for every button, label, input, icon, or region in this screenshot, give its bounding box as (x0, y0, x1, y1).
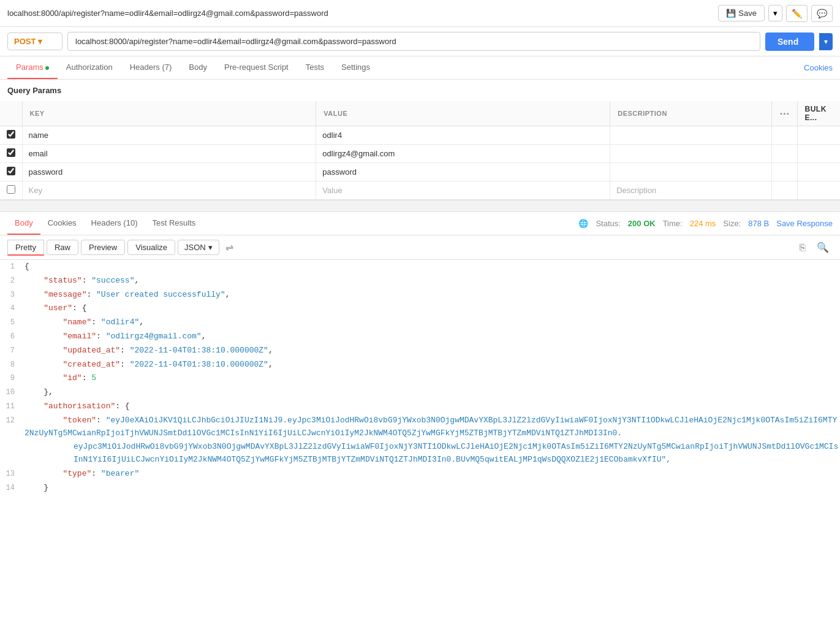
response-tab-headers-label: Headers (10) (91, 218, 138, 227)
tab-body[interactable]: Body (180, 56, 216, 79)
response-meta: 🌐 Status: 200 OK Time: 224 ms Size: 878 … (578, 219, 833, 228)
tab-params[interactable]: Params (7, 56, 58, 79)
code-line: 12 "token": "eyJ0eXAiOiJKV1QiLCJhbGciOiJ… (0, 414, 840, 441)
row1-value: odlir4 (322, 131, 342, 140)
th-bulk: Bulk E... (797, 101, 840, 126)
time-label: Time: (663, 219, 683, 228)
fmt-preview-button[interactable]: Preview (81, 240, 125, 255)
size-value: 878 B (748, 219, 769, 228)
fmt-json-label: JSON (184, 243, 206, 252)
params-dot (45, 66, 49, 70)
save-dropdown-button[interactable]: ▾ (768, 5, 782, 21)
tab-body-label: Body (189, 63, 207, 72)
format-toolbar: Pretty Raw Preview Visualize JSON ▾ ⇌ ⎘ … (0, 235, 840, 260)
code-line: eyJpc3MiOiJodHRwOi8vbG9jYWxob3N0OjgwMDAv… (0, 440, 840, 467)
status-label: Status: (596, 219, 620, 228)
method-select[interactable]: POST ▾ (7, 32, 62, 50)
row3-desc (610, 163, 772, 181)
th-key: KEY (22, 101, 316, 126)
response-body: 1 { 2 "status": "success", 3 "message": … (0, 260, 840, 562)
tab-authorization[interactable]: Authorization (58, 56, 121, 79)
tab-pre-request[interactable]: Pre-request Script (216, 56, 297, 79)
response-tabs: Body Cookies Headers (10) Test Results 🌐… (0, 212, 840, 235)
code-line: 6 "email": "odlirgz4@gmail.com", (0, 330, 840, 344)
method-label: POST (14, 37, 36, 46)
params-table: KEY VALUE DESCRIPTION ⋯ Bulk E... name o… (0, 101, 840, 200)
save-label: Save (738, 9, 757, 18)
globe-icon: 🌐 (578, 219, 588, 228)
empty-key: Key (29, 186, 42, 195)
row3-value: password (322, 167, 357, 177)
tab-headers-label: Headers (7) (130, 63, 172, 72)
table-row: password password (0, 163, 840, 181)
empty-checkbox[interactable] (7, 185, 15, 194)
response-tab-body-label: Body (15, 218, 33, 227)
code-line: 4 "user": { (0, 302, 840, 316)
row2-desc (610, 145, 772, 163)
empty-row: Key Value Description (0, 181, 840, 200)
row1-checkbox[interactable] (7, 130, 15, 139)
title-actions: 💾 Save ▾ ✏️ 💬 (718, 5, 833, 22)
fmt-json-chevron-icon: ▾ (208, 243, 213, 252)
response-tab-cookies[interactable]: Cookies (40, 212, 84, 235)
send-button[interactable]: Send (765, 32, 814, 51)
cookies-link[interactable]: Cookies (804, 63, 833, 72)
comment-button[interactable]: 💬 (811, 5, 833, 22)
send-label: Send (778, 37, 798, 47)
code-line: 10 }, (0, 386, 840, 400)
size-label: Size: (723, 219, 741, 228)
code-line: 14 } (0, 481, 840, 495)
save-response-button[interactable]: Save Response (776, 219, 833, 228)
tab-settings-label: Settings (341, 63, 370, 72)
row3-checkbox[interactable] (7, 167, 15, 175)
title-bar: localhost:8000/api/register?name=odlir4&… (0, 0, 840, 27)
method-chevron-icon: ▾ (38, 37, 42, 46)
copy-button[interactable]: ⎘ (796, 239, 809, 256)
response-tab-headers[interactable]: Headers (10) (84, 212, 145, 235)
fmt-raw-button[interactable]: Raw (47, 240, 78, 255)
fmt-right-actions: ⎘ 🔍 (796, 239, 833, 256)
th-check (0, 101, 22, 126)
tab-authorization-label: Authorization (66, 63, 113, 72)
tab-pre-request-label: Pre-request Script (224, 63, 289, 72)
code-line: 13 "type": "bearer" (0, 467, 840, 481)
url-input[interactable] (67, 32, 760, 51)
empty-desc: Description (616, 186, 656, 195)
row1-key: name (29, 131, 49, 140)
row2-value: odlirgz4@gmail.com (322, 149, 395, 158)
response-tab-body[interactable]: Body (7, 212, 40, 235)
table-row: email odlirgz4@gmail.com (0, 145, 840, 163)
response-tab-test-results[interactable]: Test Results (145, 212, 203, 235)
code-line: 7 "updated_at": "2022-11-04T01:38:10.000… (0, 344, 840, 358)
code-line: 9 "id": 5 (0, 371, 840, 386)
row2-checkbox[interactable] (7, 148, 15, 157)
table-row: name odlir4 (0, 126, 840, 145)
response-tab-cookies-label: Cookies (48, 218, 77, 227)
title-url: localhost:8000/api/register?name=odlir4&… (7, 9, 328, 18)
tab-headers[interactable]: Headers (7) (121, 56, 181, 79)
tab-settings[interactable]: Settings (333, 56, 379, 79)
section-divider (0, 200, 840, 212)
status-value: 200 OK (628, 219, 656, 228)
query-params-label: Query Params (0, 80, 840, 101)
fmt-visualize-button[interactable]: Visualize (127, 240, 175, 255)
code-line: 5 "name": "odlir4", (0, 316, 840, 330)
fmt-json-select[interactable]: JSON ▾ (178, 240, 219, 255)
tab-params-label: Params (16, 63, 44, 72)
url-bar: POST ▾ Send ▾ (0, 27, 840, 56)
send-dropdown-button[interactable]: ▾ (819, 33, 833, 50)
fmt-pretty-button[interactable]: Pretty (7, 240, 44, 256)
search-button[interactable]: 🔍 (813, 239, 833, 256)
tab-tests-label: Tests (306, 63, 324, 72)
row2-key: email (29, 149, 48, 158)
save-button[interactable]: 💾 Save (718, 5, 765, 21)
tab-tests[interactable]: Tests (297, 56, 333, 79)
th-more: ⋯ (772, 101, 798, 126)
code-line: 3 "message": "User created successfully"… (0, 288, 840, 302)
request-tabs: Params Authorization Headers (7) Body Pr… (0, 56, 840, 80)
time-value: 224 ms (690, 219, 716, 228)
empty-value: Value (322, 186, 342, 195)
fmt-wrap-button[interactable]: ⇌ (222, 239, 237, 256)
edit-button[interactable]: ✏️ (786, 5, 808, 22)
code-line: 8 "created_at": "2022-11-04T01:38:10.000… (0, 358, 840, 372)
